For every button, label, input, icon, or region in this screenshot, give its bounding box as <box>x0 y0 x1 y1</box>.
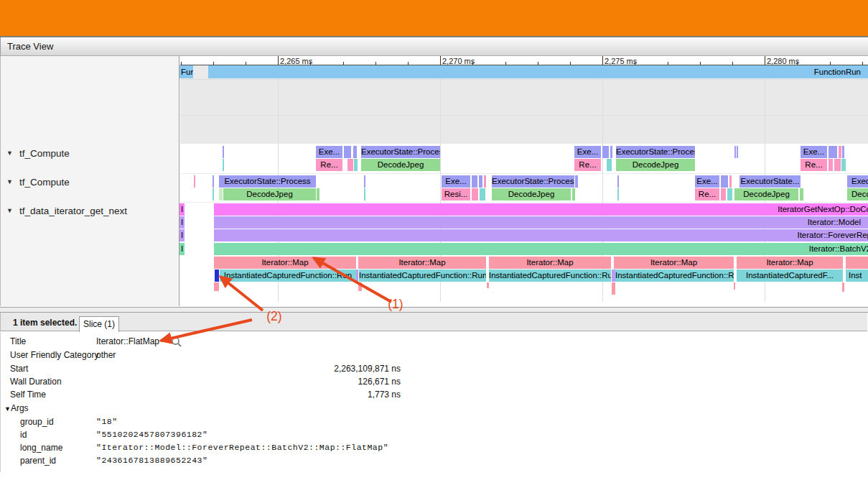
trace-slice[interactable] <box>479 175 482 188</box>
trace-slice-instantiatedcapturedf-[interactable]: InstantiatedCapturedF... <box>737 269 843 282</box>
trace-slice[interactable] <box>484 175 486 188</box>
trace-slice-i[interactable]: I <box>179 243 185 255</box>
trace-slice-instantiatedcapturedfunction-run[interactable]: InstantiatedCapturedFunction::Run <box>359 269 486 282</box>
trace-slice-iterator-batchv2[interactable]: Iterator::BatchV2 <box>214 243 868 255</box>
trace-slice[interactable] <box>353 146 357 158</box>
trace-slice[interactable] <box>841 159 846 171</box>
trace-slice[interactable] <box>213 175 214 188</box>
trace-slice-iterator-map[interactable]: Iterator::Map <box>489 257 611 269</box>
trace-slice-decodejpeg[interactable]: DecodeJpeg <box>492 188 571 201</box>
sidebar-track-label-1[interactable]: tf_Compute <box>19 177 70 188</box>
trace-slice[interactable] <box>487 282 489 288</box>
trace-slice-exe-[interactable]: Exe... <box>574 146 601 158</box>
trace-slice[interactable] <box>213 188 214 201</box>
collapse-triangle-icon[interactable]: ▼ <box>6 178 13 185</box>
trace-slice-functionrun[interactable]: FunctionRun <box>208 65 868 78</box>
trace-slice[interactable] <box>358 282 362 291</box>
trace-slice-i[interactable]: I <box>179 216 185 229</box>
trace-slice[interactable] <box>842 282 844 292</box>
trace-slice[interactable] <box>617 175 619 188</box>
trace-slice-iterator-map[interactable]: Iterator::Map <box>214 257 356 269</box>
trace-slice[interactable] <box>354 159 358 171</box>
trace-slice[interactable] <box>721 175 728 188</box>
trace-slice-instantiatedcapturedfunction-run[interactable]: InstantiatedCapturedFunction::Run <box>220 269 356 282</box>
trace-slice-iterator-model[interactable]: Iterator::Model <box>214 216 868 229</box>
trace-slice-executor[interactable]: Executor <box>847 175 868 188</box>
trace-slice[interactable] <box>829 159 833 171</box>
trace-slice[interactable] <box>839 146 841 158</box>
trace-slice-decodejpeg[interactable]: DecodeJpeg <box>361 159 440 171</box>
trace-slice[interactable] <box>194 175 195 188</box>
magnifier-icon[interactable] <box>171 336 182 348</box>
trace-slice[interactable] <box>214 282 219 291</box>
trace-slice-iterator-foreverrep[interactable]: Iterator::ForeverRep <box>214 229 868 241</box>
trace-slice-executorstate-process[interactable]: ExecutorState::Process <box>492 175 574 188</box>
trace-slice-decodejpeg[interactable]: DecodeJpeg <box>616 159 695 171</box>
trace-slice[interactable] <box>472 175 477 188</box>
trace-slice[interactable] <box>219 188 223 201</box>
trace-slice-re-[interactable]: Re... <box>316 159 342 171</box>
trace-slice[interactable] <box>734 146 736 158</box>
trace-slice[interactable] <box>729 175 732 188</box>
trace-slice-executorstate-process[interactable]: ExecutorState::Process <box>361 146 440 158</box>
trace-slice[interactable] <box>356 269 358 282</box>
trace-slice-instantiatedcapturedfunction-run[interactable]: InstantiatedCapturedFunction::Run <box>489 269 611 282</box>
trace-slice[interactable] <box>215 269 219 282</box>
trace-slice-resi-[interactable]: Resi... <box>442 188 470 201</box>
trace-slice[interactable] <box>223 159 224 171</box>
args-expand-icon[interactable]: ▼ <box>4 405 11 413</box>
trace-slice[interactable] <box>472 188 478 201</box>
trace-slice[interactable] <box>344 146 351 158</box>
trace-slice[interactable] <box>602 146 609 158</box>
trace-slice-inst[interactable]: Inst <box>846 269 868 282</box>
trace-slice[interactable] <box>721 188 726 201</box>
trace-slice-i[interactable]: I <box>179 229 185 241</box>
trace-slice[interactable] <box>223 146 224 158</box>
trace-slice[interactable] <box>727 188 732 201</box>
trace-slice-exe-[interactable]: Exe... <box>316 146 342 158</box>
trace-slice[interactable] <box>737 146 738 158</box>
trace-slice-fun[interactable]: Fun <box>179 65 193 78</box>
trace-slice[interactable] <box>800 188 803 201</box>
trace-slice[interactable] <box>347 159 353 171</box>
sidebar-track-label-0[interactable]: tf_Compute <box>19 148 70 159</box>
trace-slice[interactable] <box>612 282 615 295</box>
trace-slice[interactable] <box>480 188 485 201</box>
trace-slice[interactable] <box>575 175 578 188</box>
tab-slice[interactable]: Slice (1) <box>79 316 119 332</box>
trace-slice-iterator-map[interactable]: Iterator::Map <box>358 257 486 269</box>
trace-slice-executorstate-process[interactable]: ExecutorState::Process <box>219 175 316 188</box>
trace-slice-decodejpeg[interactable]: DecodeJpeg <box>223 188 316 201</box>
trace-slice[interactable] <box>610 146 612 158</box>
collapse-triangle-icon[interactable]: ▼ <box>6 149 13 157</box>
trace-slice-iterator-map[interactable]: Iterator::Map <box>737 257 843 269</box>
trace-slice-iteratorgetnextop-doco[interactable]: IteratorGetNextOp::DoCo <box>214 203 868 216</box>
trace-slice-instantiatedcapturedfunction-run[interactable]: InstantiatedCapturedFunction::Run <box>615 269 734 282</box>
trace-slice-decodejpeg[interactable]: DecodeJpeg <box>734 188 798 201</box>
trace-slice-iterator-map[interactable]: Iterator::Map <box>614 257 734 269</box>
sidebar-track-label-2[interactable]: tf_data_iterator_get_next <box>19 206 127 216</box>
trace-slice-exe-[interactable]: Exe... <box>695 175 719 188</box>
trace-slice-exe-[interactable]: Exe... <box>801 146 827 158</box>
trace-slice[interactable] <box>317 188 319 201</box>
trace-slice[interactable] <box>617 188 619 201</box>
trace-slice-executorstate-[interactable]: ExecutorState... <box>739 175 801 188</box>
trace-slice[interactable] <box>364 188 365 201</box>
trace-slice-executorstate-process[interactable]: ExecutorState::Process <box>616 146 695 158</box>
trace-slice-re-[interactable]: Re... <box>695 188 719 201</box>
trace-slice[interactable] <box>364 175 365 188</box>
trace-slice-i[interactable]: I <box>179 203 185 216</box>
trace-slice[interactable] <box>829 146 837 158</box>
trace-slice-decod[interactable]: Decod <box>847 188 868 201</box>
trace-slice-re-[interactable]: Re... <box>574 159 601 171</box>
trace-slice[interactable] <box>607 159 612 171</box>
trace-slice[interactable] <box>834 159 841 171</box>
panel-splitter[interactable] <box>0 307 868 313</box>
trace-slice[interactable] <box>572 188 575 201</box>
trace-slice[interactable] <box>846 257 868 269</box>
collapse-triangle-icon[interactable]: ▼ <box>6 207 13 214</box>
trace-slice-re-[interactable]: Re... <box>801 159 827 171</box>
trace-slice-exe-[interactable]: Exe... <box>442 175 470 188</box>
trace-slice[interactable] <box>842 146 844 158</box>
trace-slice[interactable] <box>734 282 735 290</box>
